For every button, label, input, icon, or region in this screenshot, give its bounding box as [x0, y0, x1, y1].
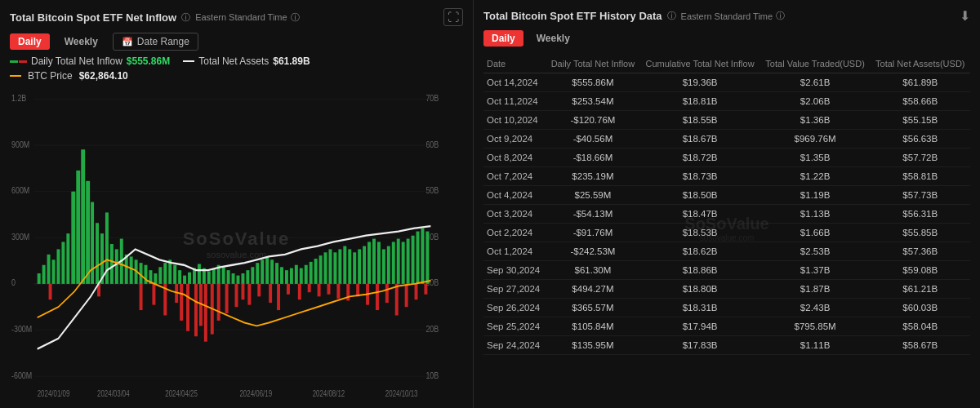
cell-daily-7: -$54.13M: [546, 205, 639, 224]
table-row: Oct 3,2024 -$54.13M $18.47B $1.13B $56.3…: [483, 205, 970, 224]
svg-rect-33: [163, 263, 167, 284]
download-button[interactable]: ⬇: [960, 8, 970, 24]
cell-cumulative-8: $18.53B: [640, 224, 760, 242]
svg-rect-65: [319, 255, 323, 284]
svg-rect-23: [115, 249, 118, 283]
svg-rect-17: [86, 181, 90, 284]
svg-rect-16: [81, 149, 85, 284]
svg-rect-108: [287, 284, 290, 295]
cell-assets-9: $57.36B: [871, 242, 970, 261]
x-label-apr: 2024/04/25: [165, 389, 198, 398]
table-row: Sep 24,2024 $135.95M $17.83B $1.11B $58.…: [483, 336, 970, 355]
cell-date-2: Oct 10,2024: [483, 111, 546, 130]
red-bar-icon: [19, 60, 27, 63]
cell-assets-12: $60.03B: [871, 299, 970, 317]
cell-assets-6: $57.73B: [871, 186, 970, 205]
cell-date-9: Oct 1,2024: [483, 242, 546, 261]
svg-rect-22: [110, 244, 114, 284]
svg-rect-121: [415, 284, 418, 299]
legend-row-2: BTC Price $62,864.10: [10, 70, 463, 82]
col-header-traded: Total Value Traded(USD): [760, 55, 871, 73]
cell-assets-8: $55.85B: [871, 224, 970, 242]
table-row: Oct 7,2024 $235.19M $18.73B $1.22B $58.8…: [483, 167, 970, 186]
cell-date-12: Sep 26,2024: [483, 299, 546, 317]
cell-date-10: Sep 30,2024: [483, 261, 546, 280]
expand-button[interactable]: ⛶: [443, 8, 463, 26]
x-label-jun: 2024/06/19: [239, 389, 272, 398]
cell-traded-12: $2.43B: [760, 299, 871, 317]
right-tab-daily[interactable]: Daily: [483, 30, 523, 47]
svg-rect-83: [407, 239, 410, 284]
chart-svg: 1.2B 900M 600M 300M 0 -300M -600M 70B 60…: [10, 86, 463, 401]
table-body: Oct 14,2024 $555.86M $19.36B $2.61B $61.…: [483, 73, 970, 355]
svg-rect-81: [397, 239, 400, 284]
cell-assets-10: $59.08B: [871, 261, 970, 280]
svg-rect-74: [363, 246, 366, 284]
table-row: Oct 10,2024 -$120.76M $18.55B $1.36B $55…: [483, 111, 970, 130]
cell-cumulative-3: $18.67B: [640, 130, 760, 149]
cell-cumulative-0: $19.36B: [640, 73, 760, 92]
svg-rect-42: [207, 271, 211, 283]
svg-rect-57: [280, 267, 283, 284]
col-header-cumulative: Cumulative Total Net Inflow: [640, 55, 760, 73]
svg-rect-85: [416, 232, 420, 284]
left-tab-row: Daily Weekly 📅 Date Range: [10, 33, 463, 51]
cell-date-14: Sep 24,2024: [483, 336, 546, 355]
svg-rect-55: [270, 259, 274, 284]
chart-area: 1.2B 900M 600M 300M 0 -300M -600M 70B 60…: [10, 86, 463, 401]
x-label-jan: 2024/01/09: [38, 389, 70, 398]
cell-daily-2: -$120.76M: [546, 111, 639, 130]
svg-rect-63: [310, 262, 313, 284]
y-label-neg300m: -300M: [11, 324, 32, 334]
cell-traded-2: $1.36B: [760, 111, 871, 130]
table-row: Sep 27,2024 $494.27M $18.80B $1.87B $61.…: [483, 280, 970, 299]
x-label-aug: 2024/08/12: [313, 389, 345, 398]
table-row: Oct 1,2024 -$242.53M $18.62B $2.53B $57.…: [483, 242, 970, 261]
cell-assets-3: $56.63B: [871, 130, 970, 149]
svg-rect-82: [402, 242, 405, 283]
svg-rect-73: [358, 249, 361, 283]
right-info-icon[interactable]: ⓘ: [667, 10, 676, 22]
cell-date-3: Oct 9,2024: [483, 130, 546, 149]
table-row: Oct 8,2024 -$18.66M $18.72B $1.35B $57.7…: [483, 149, 970, 167]
left-info-icon[interactable]: ⓘ: [181, 11, 190, 24]
svg-rect-48: [237, 276, 240, 284]
svg-rect-31: [154, 273, 157, 284]
svg-rect-7: [38, 273, 41, 284]
btc-price-label: BTC Price: [28, 70, 73, 82]
right-tz-info-icon[interactable]: ⓘ: [776, 10, 785, 22]
x-label-mar: 2024/03/04: [97, 389, 130, 398]
svg-rect-40: [198, 264, 201, 283]
left-tab-weekly[interactable]: Weekly: [56, 33, 106, 50]
svg-rect-32: [158, 267, 162, 284]
svg-rect-10: [52, 259, 56, 284]
y-label-1-2b: 1.2B: [11, 93, 26, 103]
orange-line-icon: [10, 75, 21, 77]
svg-rect-12: [61, 242, 65, 283]
svg-rect-96: [194, 284, 198, 336]
table-wrapper[interactable]: Date Daily Total Net Inflow Cumulative T…: [483, 55, 970, 401]
left-timezone: Eastern Standard Time ⓘ: [195, 11, 300, 24]
y-right-10b: 10B: [425, 370, 439, 380]
y-right-60b: 60B: [425, 140, 439, 149]
right-tab-weekly[interactable]: Weekly: [528, 30, 578, 47]
svg-rect-80: [392, 242, 395, 283]
left-tab-daily[interactable]: Daily: [10, 33, 50, 50]
svg-rect-35: [173, 265, 176, 284]
svg-rect-112: [327, 284, 331, 295]
cell-assets-13: $58.04B: [871, 317, 970, 336]
svg-rect-103: [241, 284, 244, 299]
date-range-button[interactable]: 📅 Date Range: [113, 33, 198, 51]
svg-rect-94: [180, 284, 183, 321]
svg-rect-11: [56, 249, 60, 283]
cell-date-6: Oct 4,2024: [483, 186, 546, 205]
left-tz-info-icon[interactable]: ⓘ: [291, 11, 300, 24]
svg-rect-15: [76, 171, 80, 284]
cell-cumulative-4: $18.72B: [640, 149, 760, 167]
svg-rect-86: [421, 228, 424, 284]
table-row: Sep 26,2024 $365.57M $18.31B $2.43B $60.…: [483, 299, 970, 317]
btc-price-value: $62,864.10: [79, 70, 128, 82]
svg-rect-75: [368, 242, 371, 283]
cell-cumulative-12: $18.31B: [640, 299, 760, 317]
table-row: Oct 4,2024 $25.59M $18.50B $1.19B $57.73…: [483, 186, 970, 205]
